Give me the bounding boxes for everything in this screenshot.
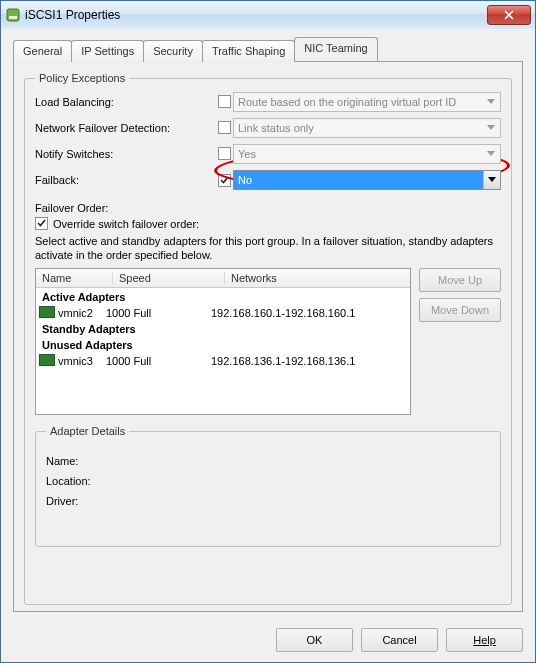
select-load-balancing: Route based on the originating virtual p… bbox=[233, 92, 501, 112]
group-active[interactable]: Active Adapters bbox=[36, 289, 410, 305]
group-unused[interactable]: Unused Adapters bbox=[36, 337, 410, 353]
cancel-button[interactable]: Cancel bbox=[361, 628, 438, 652]
list-item[interactable]: vmnic3 1000 Full 192.168.136.1-192.168.1… bbox=[36, 353, 410, 369]
policy-exceptions-group: Policy Exceptions Load Balancing: Route … bbox=[24, 72, 512, 605]
close-button[interactable] bbox=[487, 5, 531, 25]
titlebar: iSCSI1 Properties bbox=[1, 1, 535, 29]
label-driver: Driver: bbox=[46, 495, 116, 507]
properties-window: iSCSI1 Properties General IP Settings Se… bbox=[0, 0, 536, 663]
checkbox-failover-detection[interactable] bbox=[218, 121, 231, 134]
header-speed[interactable]: Speed bbox=[113, 272, 225, 284]
list-item[interactable]: vmnic2 1000 Full 192.168.160.1-192.168.1… bbox=[36, 305, 410, 321]
list-header: Name Speed Networks bbox=[36, 269, 410, 288]
select-failover-detection: Link status only bbox=[233, 118, 501, 138]
nic-icon bbox=[36, 306, 58, 320]
move-down-button[interactable]: Move Down bbox=[419, 298, 501, 322]
policy-exceptions-legend: Policy Exceptions bbox=[35, 72, 129, 84]
window-title: iSCSI1 Properties bbox=[25, 8, 487, 22]
adapter-details-group: Adapter Details Name: Location: Driver: bbox=[35, 425, 501, 547]
adapter-details-legend: Adapter Details bbox=[46, 425, 129, 437]
svg-rect-1 bbox=[9, 16, 17, 19]
label-name: Name: bbox=[46, 455, 116, 467]
select-notify-switches: Yes bbox=[233, 144, 501, 164]
svg-rect-0 bbox=[7, 9, 19, 21]
label-failback: Failback: bbox=[35, 174, 215, 186]
client-area: General IP Settings Security Traffic Sha… bbox=[1, 29, 535, 618]
app-icon bbox=[5, 7, 21, 23]
dialog-buttons: OK Cancel Help bbox=[1, 618, 535, 662]
row-failback: Failback: No bbox=[35, 170, 501, 190]
side-buttons: Move Up Move Down bbox=[419, 268, 501, 415]
chevron-down-icon bbox=[483, 147, 498, 161]
nic-teaming-page: Policy Exceptions Load Balancing: Route … bbox=[13, 61, 523, 612]
adapter-area: Name Speed Networks Active Adapters vmni… bbox=[35, 268, 501, 415]
checkbox-failback[interactable] bbox=[218, 174, 231, 187]
tab-traffic-shaping[interactable]: Traffic Shaping bbox=[202, 40, 295, 62]
row-notify-switches: Notify Switches: Yes bbox=[35, 144, 501, 164]
ok-button[interactable]: OK bbox=[276, 628, 353, 652]
chevron-down-icon[interactable] bbox=[483, 171, 500, 189]
tab-nic-teaming[interactable]: NIC Teaming bbox=[294, 37, 377, 61]
group-standby[interactable]: Standby Adapters bbox=[36, 321, 410, 337]
row-failover-detection: Network Failover Detection: Link status … bbox=[35, 118, 501, 138]
chevron-down-icon bbox=[483, 95, 498, 109]
chevron-down-icon bbox=[483, 121, 498, 135]
label-location: Location: bbox=[46, 475, 116, 487]
help-button[interactable]: Help bbox=[446, 628, 523, 652]
label-notify-switches: Notify Switches: bbox=[35, 148, 215, 160]
checkbox-notify-switches[interactable] bbox=[218, 147, 231, 160]
failover-description: Select active and standby adapters for t… bbox=[35, 234, 501, 262]
checkbox-override[interactable] bbox=[35, 217, 48, 230]
tab-general[interactable]: General bbox=[13, 40, 72, 62]
label-failover-detection: Network Failover Detection: bbox=[35, 122, 215, 134]
adapter-list[interactable]: Name Speed Networks Active Adapters vmni… bbox=[35, 268, 411, 415]
header-name[interactable]: Name bbox=[36, 272, 113, 284]
select-failback[interactable]: No bbox=[233, 170, 501, 190]
nic-icon bbox=[36, 354, 58, 368]
list-body: Active Adapters vmnic2 1000 Full 192.168… bbox=[36, 288, 410, 369]
tab-security[interactable]: Security bbox=[143, 40, 203, 62]
header-networks[interactable]: Networks bbox=[225, 272, 410, 284]
label-override: Override switch failover order: bbox=[53, 218, 199, 230]
label-load-balancing: Load Balancing: bbox=[35, 96, 215, 108]
row-override: Override switch failover order: bbox=[35, 217, 501, 230]
label-failover-order: Failover Order: bbox=[35, 202, 501, 214]
tabstrip: General IP Settings Security Traffic Sha… bbox=[13, 39, 523, 61]
checkbox-load-balancing[interactable] bbox=[218, 95, 231, 108]
move-up-button[interactable]: Move Up bbox=[419, 268, 501, 292]
row-load-balancing: Load Balancing: Route based on the origi… bbox=[35, 92, 501, 112]
tab-ip-settings[interactable]: IP Settings bbox=[71, 40, 144, 62]
